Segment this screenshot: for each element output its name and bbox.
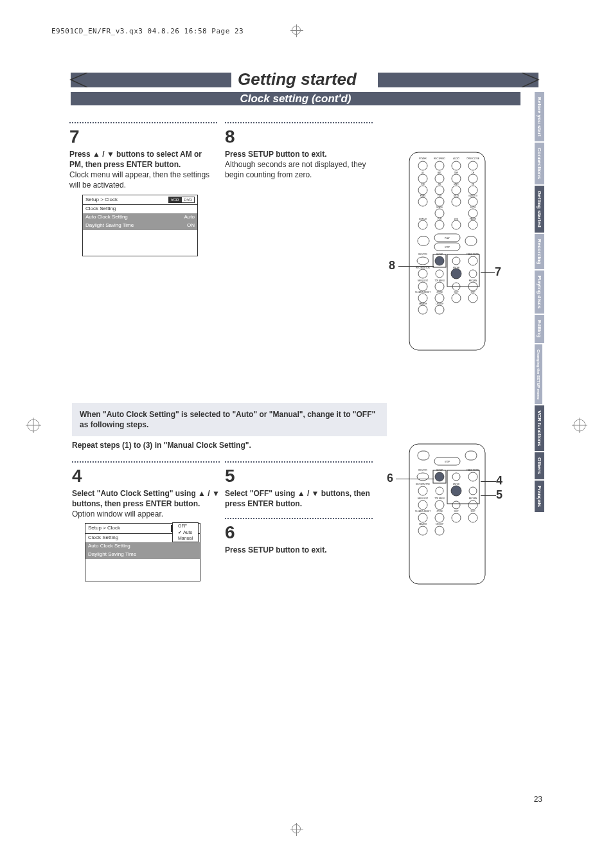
svg-point-26 bbox=[468, 209, 477, 218]
svg-text:RETURN: RETURN bbox=[469, 497, 477, 500]
crop-mark-icon bbox=[26, 418, 41, 433]
svg-point-22 bbox=[435, 197, 444, 206]
divider-dots-icon bbox=[225, 461, 373, 463]
step-heading: Press ▲ / ▼ buttons to select AM or PM, … bbox=[69, 149, 217, 170]
svg-text:TOP MENU: TOP MENU bbox=[434, 497, 445, 500]
callout-5: 5 bbox=[496, 488, 502, 502]
tab-editing: Editing bbox=[535, 315, 544, 342]
svg-text:DVD: DVD bbox=[454, 218, 459, 220]
svg-text:MENU/LIST: MENU/LIST bbox=[418, 497, 428, 500]
osd-row-selected: Auto Clock Setting bbox=[85, 542, 200, 551]
svg-point-13 bbox=[418, 174, 427, 183]
tab-getting-started: Getting started bbox=[535, 186, 544, 233]
svg-point-43 bbox=[418, 282, 427, 291]
osd-row-selected: Daylight Saving TimeON bbox=[83, 222, 197, 230]
registration-mark-icon bbox=[290, 24, 303, 37]
osd-row-selected: Auto Clock SettingAuto bbox=[83, 213, 197, 222]
remote-control-illustration: POWERREC SPEEDAUDIOOPEN/CLOSE @!ABCDEFCH… bbox=[409, 152, 486, 353]
svg-rect-95 bbox=[465, 451, 477, 460]
step-4: 4 Select "Auto Clock Setting" using ▲ / … bbox=[72, 461, 220, 581]
svg-text:SKIP: SKIP bbox=[454, 510, 459, 513]
svg-point-17 bbox=[418, 186, 427, 195]
svg-text:GHI: GHI bbox=[421, 183, 425, 186]
svg-text:CM SKIP: CM SKIP bbox=[436, 523, 443, 526]
osd-row-selected: Daylight Saving Time bbox=[85, 551, 200, 559]
step-number: 8 bbox=[225, 125, 373, 149]
svg-text:SEARCH: SEARCH bbox=[419, 523, 427, 526]
svg-point-20 bbox=[468, 186, 477, 195]
svg-point-52 bbox=[435, 305, 444, 314]
step-number: 5 bbox=[225, 464, 373, 488]
registration-mark-icon bbox=[290, 823, 303, 836]
svg-point-48 bbox=[435, 294, 444, 303]
svg-text:ZOOM: ZOOM bbox=[437, 291, 443, 294]
banner: Getting started bbox=[71, 73, 538, 91]
svg-point-98 bbox=[435, 472, 444, 481]
svg-point-44 bbox=[435, 282, 444, 291]
svg-point-104 bbox=[469, 487, 477, 495]
page-number: 23 bbox=[534, 795, 542, 804]
step-heading: Select "OFF" using ▲ / ▼ buttons, then p… bbox=[225, 488, 373, 509]
svg-rect-32 bbox=[465, 236, 477, 245]
svg-text:POWER: POWER bbox=[419, 157, 427, 160]
svg-text:AUDIO: AUDIO bbox=[453, 157, 459, 160]
svg-point-102 bbox=[436, 487, 443, 495]
svg-rect-31 bbox=[418, 236, 429, 245]
step-number: 6 bbox=[225, 520, 373, 545]
svg-text:CM SKIP: CM SKIP bbox=[436, 303, 443, 305]
banner-title: Getting started bbox=[238, 69, 357, 89]
banner-chevron-right-icon bbox=[378, 73, 538, 87]
svg-rect-6 bbox=[71, 73, 231, 87]
side-tabs: Before you start Connections Getting sta… bbox=[535, 92, 546, 513]
osd-mode-dvd: DVD bbox=[181, 197, 195, 204]
svg-point-39 bbox=[418, 269, 427, 278]
callout-line bbox=[481, 272, 495, 273]
step-number: 7 bbox=[69, 125, 217, 149]
divider-dots-icon bbox=[225, 122, 373, 123]
svg-rect-7 bbox=[378, 73, 538, 87]
callout-line bbox=[481, 481, 496, 482]
svg-text:MENU/LIST: MENU/LIST bbox=[418, 279, 428, 282]
svg-text:REC/OTR: REC/OTR bbox=[418, 253, 427, 256]
repeat-instruction: Repeat steps (1) to (3) in "Manual Clock… bbox=[72, 441, 251, 450]
step-5: 5 Select "OFF" using ▲ / ▼ buttons, then… bbox=[225, 461, 373, 555]
svg-point-40 bbox=[436, 270, 443, 278]
step-heading: Press SETUP button to exit. bbox=[225, 149, 373, 159]
svg-text:ENTER: ENTER bbox=[453, 267, 460, 269]
divider-dots-icon bbox=[225, 518, 373, 519]
svg-point-113 bbox=[418, 526, 427, 535]
svg-text:RETURN: RETURN bbox=[469, 279, 477, 282]
divider-dots-icon bbox=[72, 461, 220, 463]
svg-point-47 bbox=[418, 294, 427, 303]
svg-text:OPEN/CLOSE: OPEN/CLOSE bbox=[466, 157, 479, 160]
callout-4: 4 bbox=[496, 474, 502, 488]
svg-point-42 bbox=[469, 270, 477, 278]
svg-point-97 bbox=[417, 473, 429, 481]
svg-text:ENTER: ENTER bbox=[453, 483, 460, 486]
step-body: Although seconds are not displayed, they… bbox=[225, 159, 373, 180]
svg-point-15 bbox=[452, 174, 461, 183]
svg-point-108 bbox=[468, 500, 477, 509]
svg-text:REC MONITOR: REC MONITOR bbox=[416, 483, 430, 486]
svg-point-51 bbox=[418, 305, 427, 314]
svg-text:PLAY: PLAY bbox=[445, 237, 449, 240]
svg-text:MNO: MNO bbox=[454, 183, 459, 186]
osd-clock-menu-popup: Setup > Clock VCR DVD Clock Setting Auto… bbox=[85, 523, 200, 581]
svg-point-49 bbox=[452, 294, 461, 303]
tab-vcr-functions: VCR functions bbox=[535, 405, 544, 451]
osd-option: OFF bbox=[173, 523, 198, 529]
svg-text:JKL: JKL bbox=[438, 183, 441, 186]
svg-text:TOP MENU: TOP MENU bbox=[434, 279, 445, 282]
step-7: 7 Press ▲ / ▼ buttons to select AM or PM… bbox=[69, 122, 217, 256]
svg-text:SKIP: SKIP bbox=[454, 291, 459, 294]
osd-clock-menu: Setup > Clock VCR DVD Clock Setting Auto… bbox=[82, 195, 198, 256]
svg-point-16 bbox=[468, 174, 477, 183]
svg-point-36 bbox=[435, 256, 444, 265]
svg-point-105 bbox=[418, 500, 427, 509]
svg-text:PQRS: PQRS bbox=[420, 195, 426, 197]
svg-text:CLEAR/C-RESET: CLEAR/C-RESET bbox=[415, 510, 431, 513]
remote-control-illustration-partial: STOP REC/OTRSETUPTIMER PROG. REC MONITOR… bbox=[409, 443, 486, 587]
step-8: 8 Press SETUP button to exit. Although s… bbox=[225, 122, 373, 180]
note-box: When "Auto Clock Setting" is selected to… bbox=[72, 403, 387, 436]
callout-line bbox=[481, 495, 496, 496]
